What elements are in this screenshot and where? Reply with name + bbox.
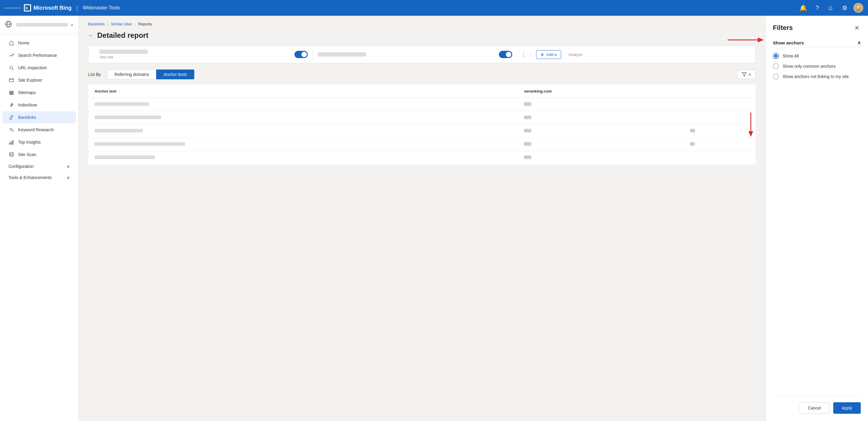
- nav-divider: |: [76, 4, 78, 11]
- sidebar-item-site-scan-label: Site Scan: [18, 152, 36, 157]
- radio-show-all-label: Show All: [782, 54, 799, 58]
- sidebar-item-search-performance[interactable]: Search Performance: [2, 49, 76, 61]
- breadcrumb-backlinks[interactable]: Backlinks: [88, 22, 105, 26]
- configuration-label: Configuration: [8, 164, 33, 169]
- filters-title: Filters: [773, 24, 793, 32]
- radio-show-common[interactable]: Show only common anchors: [773, 63, 861, 69]
- zap-icon: [8, 102, 14, 108]
- list-by-label: List By: [88, 72, 101, 77]
- apply-button[interactable]: Apply: [833, 402, 861, 414]
- add-site-label: Add a: [546, 52, 557, 57]
- svg-rect-13: [10, 92, 13, 93]
- site-explorer-icon: [8, 77, 14, 83]
- chevron-down-icon: ∨: [71, 23, 73, 27]
- sidebar-item-keyword-research[interactable]: Keyword Research: [2, 124, 76, 136]
- svg-text:b: b: [25, 6, 28, 10]
- sidebar-item-site-scan[interactable]: Site Scan: [2, 148, 76, 161]
- app-logo[interactable]: b Microsoft Bing: [24, 4, 71, 11]
- collapse-icon[interactable]: ∧: [858, 40, 861, 45]
- main-content: Backlinks › Similar sites › Reports ← De…: [79, 16, 765, 421]
- cell-blur: [95, 129, 143, 133]
- tab-anchor-texts[interactable]: Anchor texts: [156, 69, 194, 79]
- sidebar-item-home-label: Home: [18, 40, 29, 45]
- breadcrumb-sep-1: ›: [107, 22, 108, 26]
- cell-blur: [95, 102, 149, 106]
- sidebar-section-tools[interactable]: Tools & Enhancements ∨: [2, 172, 76, 183]
- app-grid-icon[interactable]: [5, 7, 20, 8]
- sidebar-item-keyword-research-label: Keyword Research: [18, 127, 54, 132]
- globe-icon: [5, 21, 13, 29]
- breadcrumb-sep-2: ›: [134, 22, 135, 26]
- app-name: Microsoft Bing: [33, 5, 71, 11]
- sidebar-item-top-insights-label: Top Insights: [18, 140, 41, 145]
- cell-blur-sm: [524, 102, 531, 106]
- filter-section-header: Show anchors ∧: [773, 40, 861, 48]
- filters-header: Filters ✕: [773, 23, 861, 33]
- domain-text: [16, 23, 68, 27]
- add-site-button[interactable]: ⊕ Add a: [536, 50, 561, 59]
- sidebar-item-sitemaps[interactable]: Sitemaps: [2, 86, 76, 99]
- cell-blur-extra: [690, 142, 695, 146]
- cell-blur: [95, 115, 161, 119]
- sidebar-item-search-performance-label: Search Performance: [18, 53, 57, 58]
- radio-show-not-linking[interactable]: Show anchors not linking to my site: [773, 74, 861, 80]
- trending-up-icon: [8, 52, 14, 58]
- sidebar-item-sitemaps-label: Sitemaps: [18, 90, 36, 95]
- radio-show-all[interactable]: Show All: [773, 53, 861, 59]
- top-navigation: b Microsoft Bing | Webmaster Tools 🔔 ? ☺…: [0, 0, 868, 16]
- help-icon[interactable]: ?: [813, 3, 821, 13]
- svg-line-9: [12, 69, 14, 70]
- close-filters-button[interactable]: ✕: [853, 23, 861, 33]
- sidebar-item-url-inspection-label: URL Inspection: [18, 65, 47, 70]
- breadcrumb: Backlinks › Similar sites › Reports: [88, 22, 756, 26]
- radio-show-common-label: Show only common anchors: [782, 64, 836, 69]
- your-site-cell: Your site: [95, 50, 313, 59]
- cell-blur-extra: [690, 129, 695, 133]
- page-title: Detailed report: [97, 31, 148, 39]
- table-row: [89, 151, 756, 165]
- link-icon: [8, 114, 14, 120]
- sidebar-item-top-insights[interactable]: Top Insights: [2, 136, 76, 148]
- sidebar-item-home[interactable]: Home: [2, 37, 76, 49]
- user-avatar[interactable]: [854, 3, 863, 13]
- page-header: ← Detailed report: [88, 31, 756, 39]
- sidebar-item-backlinks[interactable]: Backlinks: [2, 111, 76, 123]
- smiley-icon[interactable]: ☺: [825, 3, 836, 13]
- table-row: [89, 98, 756, 111]
- svg-rect-12: [10, 91, 13, 92]
- layers-icon: [8, 89, 14, 95]
- col-anchor-text[interactable]: Anchor text ↑: [89, 85, 518, 98]
- breadcrumb-similar-sites[interactable]: Similar sites: [111, 22, 132, 26]
- sort-icon: ↑: [119, 89, 121, 93]
- sidebar-section-configuration[interactable]: Configuration ∨: [2, 161, 76, 172]
- svg-rect-10: [9, 79, 13, 82]
- svg-rect-18: [11, 142, 12, 144]
- domain-selector[interactable]: ∨: [0, 16, 78, 34]
- your-site-url-blurred: [99, 50, 148, 54]
- competitor-toggle[interactable]: [499, 51, 512, 58]
- cancel-button[interactable]: Cancel: [799, 402, 830, 414]
- sidebar-item-site-explorer-label: Site Explorer: [18, 78, 42, 83]
- cell-blur-sm: [524, 156, 531, 159]
- competitor-menu-icon[interactable]: ⋮: [521, 51, 526, 58]
- svg-point-3: [857, 5, 860, 8]
- table-row: [89, 138, 756, 151]
- sidebar-item-url-inspection[interactable]: URL Inspection: [2, 62, 76, 74]
- cell-blur-sm: [524, 129, 531, 133]
- tab-referring-domains[interactable]: Referring domains: [107, 69, 156, 79]
- anchor-texts-table: Anchor text ↑ seranking.com: [88, 84, 756, 165]
- settings-icon[interactable]: ⚙: [840, 3, 850, 13]
- bar-chart-icon: [8, 139, 14, 145]
- site-comparison-row: Your site ⋮ ⊕ Add a Analyze: [88, 46, 756, 63]
- your-site-toggle[interactable]: [294, 51, 308, 58]
- tools-label: Tools & Enhancements: [8, 175, 52, 180]
- cell-blur-sm: [524, 115, 531, 119]
- back-button[interactable]: ←: [88, 32, 94, 39]
- svg-point-8: [10, 66, 13, 69]
- sidebar-item-site-explorer[interactable]: Site Explorer: [2, 74, 76, 86]
- sidebar-item-indexnow[interactable]: IndexNow: [2, 99, 76, 111]
- svg-point-16: [10, 129, 12, 131]
- filter-button[interactable]: A: [737, 70, 756, 79]
- notification-icon[interactable]: 🔔: [797, 3, 809, 13]
- col-extra: [684, 85, 755, 98]
